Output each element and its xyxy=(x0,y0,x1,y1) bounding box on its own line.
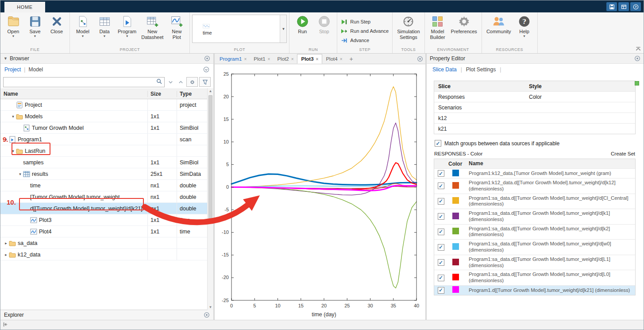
model-button[interactable]: Model▼ xyxy=(72,13,93,38)
tree-row[interactable]: ▸sa_data xyxy=(0,237,207,249)
close-tab-icon[interactable]: × xyxy=(340,57,343,62)
response-visibility-checkbox[interactable]: ✓ xyxy=(438,198,444,205)
quick-help-icon[interactable]: ? xyxy=(630,2,641,11)
property-editor-dock-icon[interactable] xyxy=(634,55,640,62)
color-swatch[interactable] xyxy=(452,243,459,250)
scroll-down-icon[interactable]: ▼ xyxy=(208,304,213,310)
open-button[interactable]: Open▼ xyxy=(3,13,24,38)
response-row[interactable]: ✓Program1:sa_data.d[[Tumor Growth Model]… xyxy=(434,194,635,209)
tab-project[interactable]: Project xyxy=(4,66,21,73)
plot-tab-program1[interactable]: Program1× xyxy=(216,54,250,64)
slice-table-row[interactable]: Scenarios xyxy=(434,102,635,113)
tree-row[interactable]: samples1x1SimBiol xyxy=(0,157,207,168)
run-and-advance-button[interactable]: Run and Advance xyxy=(339,27,390,35)
color-swatch[interactable] xyxy=(452,259,459,265)
search-input[interactable] xyxy=(3,77,165,87)
gallery-item-time-plot[interactable]: time xyxy=(193,15,222,43)
close-tab-icon[interactable]: × xyxy=(268,57,270,62)
response-visibility-checkbox[interactable]: ✓ xyxy=(438,244,444,251)
color-swatch[interactable] xyxy=(452,170,459,176)
tree-row[interactable]: Projectproject xyxy=(0,99,207,111)
color-swatch[interactable] xyxy=(452,228,459,234)
run-step-button[interactable]: Run Step xyxy=(339,18,372,26)
property-editor-header[interactable]: Property Editor xyxy=(427,54,644,64)
column-header-size[interactable]: Size xyxy=(147,91,177,97)
expand-arrow-icon[interactable]: ▸ xyxy=(3,252,9,257)
model-builder-button[interactable]: Model Builder xyxy=(427,13,448,40)
tree-row[interactable]: ▾Program1scan xyxy=(0,134,207,145)
filter-icon[interactable] xyxy=(199,77,211,87)
collapse-arrow-icon[interactable]: ▾ xyxy=(3,137,9,142)
plot-area[interactable]: 0510152025303540-25-20-15-10-50510152025… xyxy=(215,64,425,321)
tab-slice-data[interactable]: Slice Data xyxy=(432,66,457,73)
close-tab-icon[interactable]: × xyxy=(244,57,247,62)
search-prev-button[interactable] xyxy=(176,78,185,86)
data-button[interactable]: Data▼ xyxy=(94,13,115,38)
color-swatch[interactable] xyxy=(452,213,459,219)
color-swatch[interactable] xyxy=(452,286,459,293)
response-row[interactable]: ✓Program1.d[[Tumor Growth Model].tumor_w… xyxy=(434,285,635,295)
response-row[interactable]: ✓Program1:sa_data.d[[Tumor Growth Model]… xyxy=(434,239,635,255)
response-row[interactable]: ✓Program1:k12_data.d[[Tumor Growth Model… xyxy=(434,178,635,194)
collapse-arrow-icon[interactable]: ▾ xyxy=(10,114,16,119)
search-next-button[interactable] xyxy=(166,78,175,86)
tree-row[interactable]: ▸k12_data xyxy=(0,249,207,260)
save-button[interactable]: Save▼ xyxy=(24,13,46,38)
color-swatch[interactable] xyxy=(452,197,459,204)
tree-row[interactable]: timenx1double xyxy=(0,180,207,191)
plot-tab-plot3[interactable]: Plot3× xyxy=(297,54,322,64)
community-button[interactable]: Community xyxy=(484,13,513,35)
quick-layout-icon[interactable] xyxy=(618,2,629,11)
preferences-button[interactable]: Preferences xyxy=(449,13,479,35)
tree-row[interactable]: Plot31x1time xyxy=(0,214,207,226)
horizontal-scrollbar[interactable] xyxy=(0,320,644,330)
slice-table-row[interactable]: ResponsesColor xyxy=(434,91,635,102)
plot-tab-plot1[interactable]: Plot1× xyxy=(250,54,274,64)
close-button[interactable]: Close xyxy=(46,13,67,35)
match-groups-checkbox[interactable]: ✓ xyxy=(435,140,441,147)
slice-table-row[interactable]: k21 xyxy=(434,123,635,134)
scrollbar-thumb[interactable] xyxy=(208,95,212,221)
quick-save-icon[interactable] xyxy=(606,2,617,11)
plot-panel-dock-icon[interactable] xyxy=(417,56,423,62)
plot-tab-plot2[interactable]: Plot2× xyxy=(274,54,297,64)
plot-tab-plot4[interactable]: Plot4× xyxy=(322,54,346,64)
color-swatch[interactable] xyxy=(452,182,459,189)
match-groups-row[interactable]: ✓ Match groups between data sources if a… xyxy=(435,140,636,147)
tree-row[interactable]: [Tumor Growth Model].tumor_weightnx1doub… xyxy=(0,191,207,203)
new-plot-tab-button[interactable]: + xyxy=(346,54,357,64)
create-set-button[interactable]: Create Set xyxy=(611,151,635,156)
new-datasheet-button[interactable]: New Datasheet xyxy=(139,13,166,40)
tree-scrollbar[interactable]: ▲ ▼ xyxy=(207,88,213,310)
expand-arrow-icon[interactable]: ▸ xyxy=(3,241,9,245)
collapse-arrow-icon[interactable]: ▾ xyxy=(10,149,16,153)
scroll-up-icon[interactable]: ▲ xyxy=(208,88,213,94)
tab-model[interactable]: Model xyxy=(28,66,43,73)
response-row[interactable]: ✓Program1:k12_data.[Tumor Growth Model].… xyxy=(434,168,635,178)
program-button[interactable]: Program▼ xyxy=(116,13,139,38)
column-header-name[interactable]: Name xyxy=(0,91,147,97)
tree-row[interactable]: Tumor Growth Model1x1SimBiol xyxy=(0,122,207,134)
explorer-dock-icon[interactable] xyxy=(204,312,210,318)
simulation-settings-button[interactable]: Simulation Settings xyxy=(395,13,422,40)
response-row[interactable]: ✓Program1:sa_data.d[[Tumor Growth Model]… xyxy=(434,209,635,224)
tree-row[interactable]: ▾Models1x1 xyxy=(0,111,207,122)
scroll-left-edge-icon[interactable] xyxy=(3,322,8,329)
response-visibility-checkbox[interactable]: ✓ xyxy=(438,182,444,189)
tree-column-headers[interactable]: Name Size Type xyxy=(0,89,207,99)
tab-plot-settings[interactable]: Plot Settings xyxy=(466,66,496,73)
tree-row[interactable]: ▾results25x1SimData xyxy=(0,168,207,180)
tree-row[interactable]: d[[Tumor Growth Model].tumor_weight]/d[k… xyxy=(0,203,207,214)
browser-dock-icon[interactable] xyxy=(204,55,210,62)
response-row[interactable]: ✓Program1:sa_data.d[[Tumor Growth Model]… xyxy=(434,255,635,270)
search-settings-gear-icon[interactable] xyxy=(186,77,198,87)
collapse-arrow-icon[interactable]: ▾ xyxy=(17,172,23,176)
color-swatch[interactable] xyxy=(452,274,459,280)
response-visibility-checkbox[interactable]: ✓ xyxy=(438,275,444,281)
column-header-type[interactable]: Type xyxy=(177,91,207,97)
collapse-ribbon-button[interactable] xyxy=(635,45,641,51)
help-button[interactable]: ?Help▼ xyxy=(514,13,535,38)
response-visibility-checkbox[interactable]: ✓ xyxy=(438,229,444,235)
run-button[interactable]: Run xyxy=(292,13,313,35)
browser-tabs-menu-icon[interactable] xyxy=(203,66,209,73)
